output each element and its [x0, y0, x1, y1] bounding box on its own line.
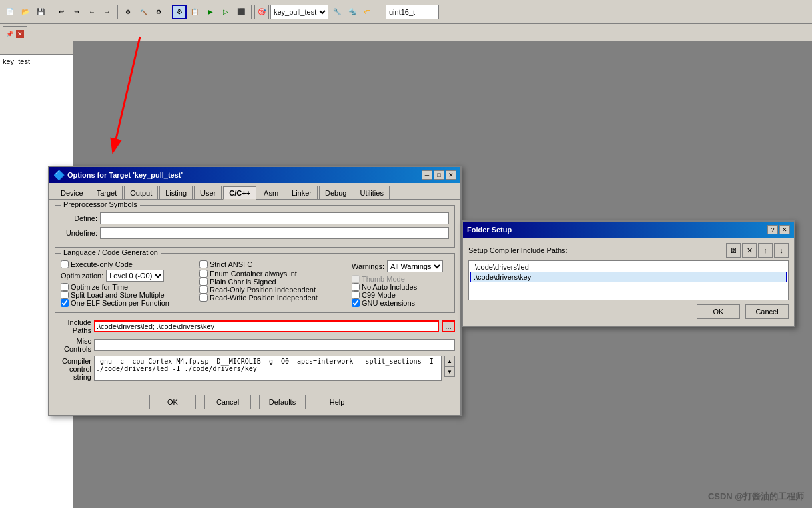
- toolbar-btn-m1[interactable]: 🔧: [330, 5, 344, 19]
- tab-cpp[interactable]: C/C++: [223, 186, 256, 200]
- toolbar-btn-green1[interactable]: ▶: [203, 5, 218, 19]
- dialog-options: 🔷 Options for Target 'key_pull_test' ─ □…: [48, 166, 462, 416]
- no-auto-label: No Auto Includes: [362, 283, 417, 291]
- warnings-label: Warnings:: [352, 262, 384, 270]
- include-paths-row: Include Paths …: [55, 318, 455, 334]
- c99-check[interactable]: [352, 291, 360, 299]
- one-elf-label: One ELF Section per Function: [71, 299, 169, 307]
- folder-up-btn[interactable]: ↑: [758, 243, 773, 258]
- toolbar-btn-save[interactable]: 💾: [33, 5, 48, 19]
- toolbar-btn-m3[interactable]: 🏷: [360, 5, 375, 19]
- opt-select[interactable]: Level 0 (-O0): [106, 270, 164, 282]
- folder-delete-btn[interactable]: ✕: [742, 243, 757, 258]
- strict-ansi-check[interactable]: [199, 260, 208, 268]
- compiler-row: Compiler control string -gnu -c -cpu Cor…: [55, 356, 455, 381]
- dialog-buttons: OK Cancel Defaults Help: [49, 389, 460, 415]
- one-elf-row: One ELF Section per Function: [61, 299, 194, 307]
- target-dropdown[interactable]: key_pull_test: [270, 5, 328, 19]
- one-elf-check[interactable]: [61, 299, 69, 307]
- toolbar-btn-redo[interactable]: ↪: [69, 5, 84, 19]
- toolbar-btn-fwd[interactable]: →: [100, 5, 115, 19]
- folder-cancel-btn[interactable]: Cancel: [745, 304, 789, 319]
- undefine-label: Undefine:: [61, 229, 97, 237]
- project-item[interactable]: key_test: [3, 57, 70, 65]
- tab-device[interactable]: Device: [55, 186, 89, 199]
- maximize-btn[interactable]: □: [434, 170, 444, 180]
- toolbar-btn-undo[interactable]: ↩: [54, 5, 69, 19]
- col3: Warnings: All Warnings Thumb Mode No Aut…: [352, 260, 472, 307]
- type-dropdown[interactable]: uint16_t: [386, 5, 439, 19]
- preprocessor-group: Preprocessor Symbols Define: Undefine:: [55, 205, 455, 248]
- folder-ok-btn[interactable]: OK: [697, 304, 740, 319]
- folder-down-btn[interactable]: ↓: [774, 243, 789, 258]
- watermark: CSDN @打酱油的工程师: [708, 491, 804, 503]
- read-write-row: Read-Write Position Independent: [199, 294, 346, 302]
- tab-bar: 📌 ✕: [0, 24, 812, 41]
- tab-linker[interactable]: Linker: [286, 186, 318, 199]
- tab-asm[interactable]: Asm: [258, 186, 284, 199]
- tab-output[interactable]: Output: [124, 186, 158, 199]
- read-only-check[interactable]: [199, 286, 208, 294]
- compiler-textarea[interactable]: -gnu -c -cpu Cortex-M4.fp.sp -D__MICROLI…: [94, 356, 442, 381]
- define-input[interactable]: [100, 212, 449, 224]
- compiler-label: Compiler control string: [55, 356, 91, 381]
- read-write-check[interactable]: [199, 294, 208, 302]
- enum-check[interactable]: [199, 270, 208, 278]
- toolbar-btn-load[interactable]: 📂: [18, 5, 33, 19]
- options-icon: 🔷: [53, 170, 65, 180]
- toolbar-btn-back[interactable]: ←: [85, 5, 99, 19]
- main-toolbar: 📄 📂 💾 ↩ ↪ ← → ⚙ 🔨 ♻ ⚙ 📋 ▶ ▷ ⬛ 🎯 key_pull…: [0, 0, 812, 24]
- folder-new-btn[interactable]: 🖹: [726, 243, 741, 258]
- gnu-check[interactable]: [352, 299, 360, 307]
- toolbar-btn-stop[interactable]: ⬛: [234, 5, 248, 19]
- tab-user[interactable]: User: [194, 186, 222, 199]
- folder-question-btn[interactable]: ?: [767, 225, 778, 234]
- toolbar-btn-build[interactable]: 🔨: [136, 5, 151, 19]
- undefine-input[interactable]: [100, 227, 449, 239]
- plain-char-check[interactable]: [199, 278, 208, 286]
- defaults-btn[interactable]: Defaults: [259, 395, 306, 409]
- folder-item-led[interactable]: .\code\drivers\led: [470, 262, 787, 272]
- toolbar-btn-rebuild[interactable]: ♻: [151, 5, 166, 19]
- toolbar-btn-new[interactable]: 📄: [3, 5, 17, 19]
- toolbar-btn-m2[interactable]: 🔩: [345, 5, 360, 19]
- toolbar-btn-green2[interactable]: ▷: [218, 5, 233, 19]
- plain-char-label: Plain Char is Signed: [210, 278, 276, 286]
- scroll-down-btn[interactable]: ▼: [444, 366, 455, 377]
- browse-btn[interactable]: …: [442, 320, 455, 332]
- no-auto-check[interactable]: [352, 283, 360, 291]
- help-btn[interactable]: Help: [314, 395, 360, 409]
- folder-close-btn[interactable]: ✕: [779, 225, 790, 234]
- execute-only-check[interactable]: [61, 260, 69, 268]
- toolbar-btn-compile[interactable]: ⚙: [121, 5, 135, 19]
- tab-listing[interactable]: Listing: [159, 186, 193, 199]
- folder-toolbar: Setup Compiler Include Paths: 🖹 ✕ ↑ ↓: [468, 243, 789, 258]
- include-input[interactable]: [94, 320, 439, 332]
- cancel-btn[interactable]: Cancel: [204, 395, 251, 409]
- close-btn[interactable]: ✕: [446, 170, 456, 180]
- c99-row: C99 Mode: [352, 291, 472, 299]
- optimize-time-check[interactable]: [61, 283, 69, 291]
- read-only-row: Read-Only Position Independent: [199, 286, 346, 294]
- misc-input[interactable]: [94, 339, 455, 351]
- no-auto-row: No Auto Includes: [352, 283, 472, 291]
- ok-btn[interactable]: OK: [149, 395, 196, 409]
- tab-target[interactable]: Target: [91, 186, 123, 199]
- scroll-up-btn[interactable]: ▲: [444, 356, 455, 366]
- tab-debug[interactable]: Debug: [319, 186, 352, 199]
- execute-only-row: Execute-only Code: [61, 260, 194, 268]
- minimize-btn[interactable]: ─: [422, 170, 432, 180]
- folder-list: .\code\drivers\led .\code\drivers\key: [468, 260, 789, 300]
- tab-utilities[interactable]: Utilities: [354, 186, 389, 199]
- split-load-check[interactable]: [61, 291, 69, 299]
- pin-tab: 📌 ✕: [3, 26, 27, 41]
- plain-char-row: Plain Char is Signed: [199, 278, 346, 286]
- warnings-select[interactable]: All Warnings: [387, 260, 443, 272]
- pin-close[interactable]: ✕: [16, 30, 24, 38]
- toolbar-btn-copy[interactable]: 📋: [187, 5, 202, 19]
- options-title-bar: 🔷 Options for Target 'key_pull_test' ─ □…: [49, 167, 460, 183]
- folder-item-key[interactable]: .\code\drivers\key: [470, 272, 787, 282]
- enum-container-row: Enum Container always int: [199, 270, 346, 278]
- compiler-scroll: ▲ ▼: [444, 356, 455, 377]
- toolbar-btn-target-options[interactable]: ⚙: [172, 5, 187, 19]
